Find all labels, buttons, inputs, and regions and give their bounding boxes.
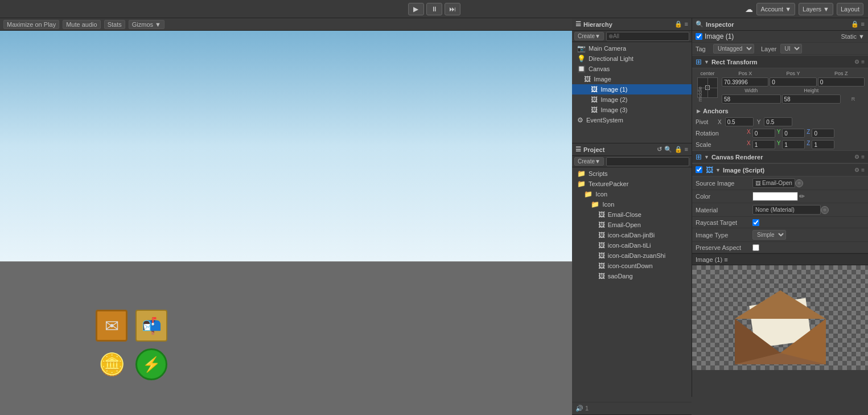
canvas-renderer-overflow-icon[interactable]: ≡ [861, 154, 865, 160]
image-type-dropdown[interactable]: Simple Sliced Tiled Filled [752, 230, 786, 240]
pos-x-input[interactable] [722, 77, 768, 87]
step-button[interactable]: ⏭ [445, 3, 460, 15]
project-item[interactable]: 📁TexturePacker [572, 179, 692, 189]
image-script-section-header[interactable]: 🖼 ▼ Image (Script) ⚙ ≡ [692, 163, 868, 176]
hierarchy-item[interactable]: ⚙EventSystem [572, 115, 692, 125]
pos-z-label: Pos Z [818, 71, 865, 76]
scale-y-input[interactable] [782, 140, 805, 149]
inspector-lock-icon[interactable]: 🔒 [851, 20, 859, 28]
hierarchy-create-btn[interactable]: Create▼ [574, 32, 604, 40]
inspector-panel: 🔍 Inspector 🔒 ≡ Image (1) Static ▼ Tag U… [692, 18, 868, 397]
project-item[interactable]: 📁Scripts [572, 169, 692, 179]
maximize-on-play-btn[interactable]: Maximize on Play [3, 20, 59, 29]
object-name: Image (1) [705, 32, 839, 40]
project-item[interactable]: 🖼icon-caiDan-jinBi [572, 230, 692, 240]
project-item[interactable]: 🖼Email-Open [572, 220, 692, 230]
rect-transform-settings-icon[interactable]: ⚙ [854, 59, 859, 65]
project-item[interactable]: 🖼icon-caiDan-tiLi [572, 240, 692, 250]
inspector-menu-icon[interactable]: ≡ [861, 20, 865, 28]
pivot-x-input[interactable] [725, 117, 754, 126]
color-edit-icon[interactable]: ✏ [799, 192, 805, 200]
hierarchy-item[interactable]: 🖼Image (2) [572, 94, 692, 105]
rect-transform-title: Rect Transform [711, 59, 758, 65]
pos-z-input[interactable] [818, 77, 865, 87]
image-script-overflow-icon[interactable]: ≡ [861, 167, 865, 173]
hierarchy-item[interactable]: 🔲Canvas [572, 64, 692, 74]
scale-x-label: X [747, 140, 751, 149]
preserve-aspect-checkbox[interactable] [752, 244, 759, 251]
material-field[interactable]: None (Material) [752, 205, 821, 215]
height-input[interactable] [782, 94, 841, 104]
project-content: 📁Scripts📁TexturePacker 📁Icon 📁Icon 🖼Emai… [572, 167, 692, 402]
object-active-checkbox[interactable] [696, 33, 702, 40]
project-item[interactable]: 📁Icon [572, 199, 692, 209]
color-swatch[interactable] [752, 192, 798, 201]
project-search-icon[interactable]: 🔍 [664, 146, 672, 153]
mute-audio-btn[interactable]: Mute audio [63, 20, 100, 29]
source-image-link[interactable]: ○ [795, 179, 803, 187]
scale-z-input[interactable] [812, 140, 834, 149]
hierarchy-menu-icon[interactable]: ≡ [685, 20, 688, 28]
layout-dropdown[interactable]: Layout [837, 3, 863, 15]
project-item[interactable]: 📁Icon [572, 189, 692, 199]
rot-y-label: Y [777, 129, 781, 138]
project-refresh-icon[interactable]: ↺ [657, 146, 662, 153]
image-script-checkbox[interactable] [696, 166, 702, 174]
hierarchy-item[interactable]: 🖼Image [572, 74, 692, 84]
rect-transform-toggle: ▼ [704, 59, 709, 65]
project-item[interactable]: 🖼Email-Close [572, 209, 692, 220]
canvas-renderer-section-header[interactable]: ⊞ ▼ Canvas Renderer ⚙ ≡ [692, 150, 868, 163]
hierarchy-item[interactable]: 🖼Image (1) [572, 84, 692, 94]
layers-dropdown[interactable]: Layers ▼ [799, 3, 833, 15]
pause-button[interactable]: ⏸ [426, 3, 442, 15]
project-panel: ☰ Project ↺ 🔍 🔒 ≡ Create▼ 📁Scripts📁Textu… [572, 143, 692, 415]
project-item[interactable]: 🖼icon-countDown [572, 261, 692, 271]
rect-transform-overflow-icon[interactable]: ≡ [861, 59, 865, 65]
play-button[interactable]: ▶ [408, 3, 424, 15]
layer-label: Layer [761, 46, 777, 52]
hierarchy-item[interactable]: 💡Directional Light [572, 54, 692, 64]
pos-y-input[interactable] [770, 77, 816, 87]
project-search-input[interactable] [606, 157, 689, 166]
pivot-label: Pivot [696, 119, 715, 125]
hierarchy-lock-icon[interactable]: 🔒 [674, 20, 682, 28]
anchors-label: Anchors [703, 108, 729, 114]
email-open-preview [729, 273, 832, 370]
rot-y-input[interactable] [782, 129, 805, 138]
anchors-row[interactable]: ▶ Anchors [692, 106, 868, 116]
project-lock-icon[interactable]: 🔒 [674, 146, 682, 153]
hierarchy-title: Hierarchy [583, 21, 612, 28]
project-create-btn[interactable]: Create▼ [574, 157, 604, 166]
rotation-row: Rotation X Y Z [692, 128, 868, 139]
object-name-row: Image (1) Static ▼ [692, 31, 868, 43]
canvas-renderer-settings-icon[interactable]: ⚙ [854, 154, 859, 160]
rot-z-input[interactable] [812, 129, 834, 138]
account-dropdown[interactable]: Account ▼ [756, 3, 795, 15]
scale-x-input[interactable] [752, 140, 775, 149]
tag-dropdown[interactable]: Untagged [713, 44, 754, 54]
material-link[interactable]: ○ [821, 206, 829, 214]
project-item[interactable]: 🖼saoDang [572, 271, 692, 281]
layer-dropdown[interactable]: UI [780, 44, 802, 54]
top-toolbar: ▶ ⏸ ⏭ ☁ Account ▼ Layers ▼ Layout [0, 0, 868, 18]
project-menu-icon[interactable]: ≡ [685, 146, 688, 153]
scale-z-label: Z [807, 140, 810, 149]
pivot-y-input[interactable] [764, 117, 792, 126]
rot-x-input[interactable] [752, 129, 775, 138]
preview-image-content [692, 265, 868, 370]
rect-transform-section-header[interactable]: ⊞ ▼ Rect Transform ⚙ ≡ [692, 55, 868, 68]
width-input[interactable] [722, 94, 781, 104]
rot-x-label: X [747, 129, 751, 138]
stats-btn[interactable]: Stats [104, 20, 125, 29]
lightning-icon: ⚡ [135, 348, 167, 380]
scene-canvas[interactable]: ✉ 📬 🪙 ⚡ [0, 31, 572, 415]
raycast-checkbox[interactable] [752, 219, 759, 226]
source-image-field[interactable]: 🖼 Email-Open [752, 178, 795, 188]
hierarchy-search-input[interactable] [606, 32, 689, 41]
gizmos-btn[interactable]: Gizmos ▼ [129, 20, 164, 29]
hierarchy-item[interactable]: 📷Main Camera [572, 43, 692, 54]
project-item[interactable]: 🖼icon-caiDan-zuanShi [572, 250, 692, 261]
rotation-inputs: X Y Z [747, 129, 834, 138]
image-script-settings-icon[interactable]: ⚙ [854, 167, 859, 173]
hierarchy-item[interactable]: 🖼Image (3) [572, 105, 692, 115]
